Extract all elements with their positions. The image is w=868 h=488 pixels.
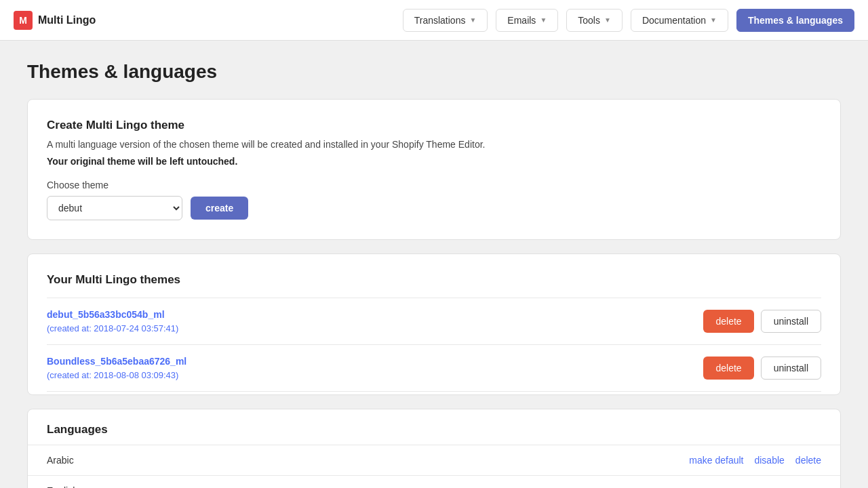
themes-list: debut_5b56a33bc054b_ml (created at: 2018… (47, 298, 821, 394)
languages-card-title: Languages (28, 409, 840, 445)
create-theme-card-title: Create Multi Lingo theme (47, 119, 821, 132)
languages-list: Arabic make defaultdisabledelete English… (28, 445, 840, 488)
chevron-down-icon: ▼ (469, 16, 476, 24)
nav-themes-languages-button[interactable]: Themes & languages (736, 9, 854, 32)
lang-action-delete[interactable]: delete (795, 455, 821, 466)
delete-theme-button[interactable]: delete (703, 310, 753, 333)
nav-documentation-button[interactable]: Documentation ▼ (631, 9, 728, 32)
nav-emails-label: Emails (507, 15, 536, 26)
language-name: Arabic (47, 455, 74, 466)
header: M Multi Lingo Translations ▼ Emails ▼ To… (0, 0, 868, 41)
languages-card: Languages Arabic make defaultdisabledele… (27, 409, 841, 488)
theme-info: Boundless_5b6a5ebaa6726_ml (created at: … (47, 356, 186, 380)
main-content: Themes & languages Create Multi Lingo th… (0, 41, 868, 488)
lang-action-make-default[interactable]: make default (689, 455, 743, 466)
theme-actions: delete uninstall (703, 357, 821, 380)
chevron-down-icon: ▼ (540, 16, 547, 24)
app-name: Multi Lingo (38, 14, 96, 26)
language-row: Arabic make defaultdisabledelete (28, 445, 840, 475)
lang-action-disable[interactable]: disable (754, 455, 784, 466)
theme-list-item: debut_5b56a33bc054b_ml (created at: 2018… (47, 298, 821, 344)
language-actions: make defaultdisabledelete (689, 455, 821, 466)
create-theme-desc2-strong: Your original theme will be left untouch… (47, 156, 237, 167)
language-name: English (47, 485, 78, 488)
theme-name-link[interactable]: Boundless_5b6a5ebaa6726_ml (47, 356, 186, 367)
create-theme-desc1: A multi language version of the chosen t… (47, 138, 821, 152)
theme-name-link[interactable]: debut_5b56a33bc054b_ml (47, 309, 178, 320)
theme-created-date: (created at: 2018-08-08 03:09:43) (47, 370, 178, 380)
chevron-down-icon: ▼ (710, 16, 717, 24)
delete-theme-button[interactable]: delete (703, 357, 753, 380)
nav-emails-button[interactable]: Emails ▼ (496, 9, 558, 32)
choose-theme-label: Choose theme (47, 180, 821, 190)
logo-wrap: M Multi Lingo (14, 11, 96, 30)
theme-list-item: Boundless_5b6a5ebaa6726_ml (created at: … (47, 344, 821, 392)
theme-info: debut_5b56a33bc054b_ml (created at: 2018… (47, 309, 178, 333)
nav-themes-languages-label: Themes & languages (748, 15, 843, 26)
theme-actions: delete uninstall (703, 310, 821, 333)
nav-translations-label: Translations (414, 15, 466, 26)
uninstall-theme-button[interactable]: uninstall (761, 310, 821, 333)
create-theme-desc2: Your original theme will be left untouch… (47, 155, 821, 169)
nav-translations-button[interactable]: Translations ▼ (403, 9, 488, 32)
logo-icon: M (14, 11, 33, 30)
theme-created-date: (created at: 2018-07-24 03:57:41) (47, 323, 178, 333)
nav-documentation-label: Documentation (642, 15, 706, 26)
language-row: English (DEFAULT LANGUAGE) (28, 475, 840, 488)
nav-tools-button[interactable]: Tools ▼ (566, 9, 623, 32)
create-theme-card: Create Multi Lingo theme A multi languag… (27, 99, 841, 240)
your-themes-card-title: Your Multi Lingo themes (47, 273, 821, 287)
chevron-down-icon: ▼ (604, 16, 611, 24)
your-themes-card: Your Multi Lingo themes debut_5b56a33bc0… (27, 253, 841, 395)
nav-tools-label: Tools (578, 15, 600, 26)
theme-row: debut create (47, 196, 821, 220)
uninstall-theme-button[interactable]: uninstall (761, 357, 821, 380)
page-title: Themes & languages (27, 61, 841, 83)
default-language-badge: (DEFAULT LANGUAGE) (725, 486, 821, 489)
create-button[interactable]: create (191, 197, 248, 220)
theme-select[interactable]: debut (47, 196, 182, 220)
